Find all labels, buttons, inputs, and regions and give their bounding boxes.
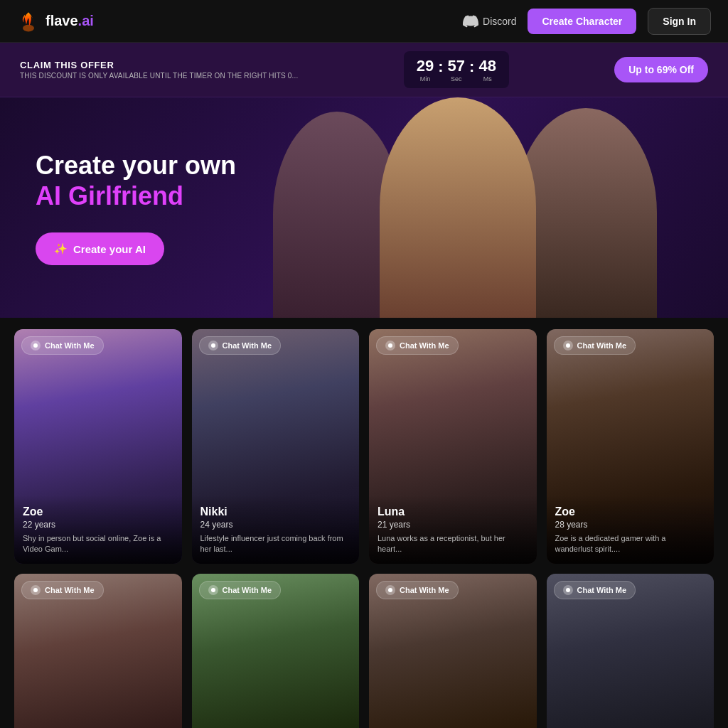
hero-figure-center [380,97,536,318]
offer-left: CLAIM THIS OFFER THIS DISCOUNT IS ONLY A… [20,60,299,80]
timer-ms: 48 Ms [478,57,496,82]
logo[interactable]: flave.ai [17,10,94,33]
card-overlay: Luna 21 years Luna works as a receptioni… [369,496,537,564]
hero-accent: AI Girlfriend [36,181,183,210]
chat-badge[interactable]: Chat With Me [376,336,459,355]
card-overlay: Nikki 24 years Lifestyle influencer just… [192,496,360,564]
card-name: Luna [378,505,528,518]
card-item[interactable]: Chat With Me [14,574,182,728]
chat-label: Chat With Me [400,341,449,350]
card-name: Zoe [23,505,173,518]
chat-icon [563,341,573,350]
offer-banner: CLAIM THIS OFFER THIS DISCOUNT IS ONLY A… [0,43,728,97]
card-item[interactable]: Chat With Me [369,574,537,728]
card-age: 28 years [555,520,706,530]
hero-figure-right [515,108,657,318]
chat-label: Chat With Me [400,586,449,594]
chat-badge[interactable]: Chat With Me [21,336,104,355]
chat-label: Chat With Me [45,586,95,594]
card-overlay: Zoe 22 years Shy in person but social on… [14,496,182,564]
cards-row-1: Chat With Me Zoe 22 years Shy in person … [14,329,714,564]
timer-minutes: 29 Min [417,57,434,82]
card-item[interactable]: Chat With Me Luna 21 years Luna works as… [369,329,537,564]
signin-button[interactable]: Sign In [648,8,711,35]
create-character-button[interactable]: Create Character [528,9,636,34]
offer-timer: 29 Min : 57 Sec : 48 Ms [404,51,509,88]
card-description: Luna works as a receptionist, but her he… [378,533,528,555]
navbar: flave.ai Discord Create Character Sign I… [0,0,728,43]
chat-label: Chat With Me [223,586,272,594]
card-item[interactable]: Chat With Me Nikki 24 years Lifestyle in… [192,329,360,564]
svg-point-0 [23,24,34,31]
chat-badge[interactable]: Chat With Me [199,336,282,355]
hero-figures [245,97,728,318]
hero-section: Create your own AI Girlfriend ✨ Create y… [0,97,728,318]
card-item[interactable]: Chat With Me [192,574,360,728]
chat-badge[interactable]: Chat With Me [554,336,636,355]
card-item[interactable]: Chat With Me [547,574,714,728]
create-ai-button[interactable]: ✨ Create your AI [36,232,164,265]
card-age: 22 years [23,520,173,530]
chat-icon [563,585,573,595]
hero-content: Create your own AI Girlfriend ✨ Create y… [0,122,272,294]
flame-icon [17,10,40,33]
chat-label: Chat With Me [223,341,272,350]
chat-badge[interactable]: Chat With Me [21,581,104,599]
chat-icon [31,585,41,595]
timer-sep-1: : [438,58,443,82]
card-name: Nikki [200,505,351,518]
nav-right: Discord Create Character Sign In [463,8,711,35]
card-age: 21 years [378,520,528,530]
chat-icon [385,341,395,350]
chat-icon [385,585,395,595]
chat-icon [208,585,218,595]
card-description: Lifestyle influencer just coming back fr… [200,533,351,555]
offer-badge[interactable]: Up to 69% Off [614,57,708,82]
card-name: Zoe [555,505,706,518]
timer-sep-2: : [469,58,474,82]
cards-row-2: Chat With Me Chat With Me [14,574,714,728]
discord-label: Discord [483,16,516,27]
chat-icon [31,341,41,350]
card-age: 24 years [200,520,351,530]
sparkle-icon: ✨ [54,242,68,255]
hero-title: Create your own AI Girlfriend [36,150,236,211]
card-overlay: Zoe 28 years Zoe is a dedicated gamer wi… [547,496,714,564]
chat-badge[interactable]: Chat With Me [554,581,636,599]
timer-seconds: 57 Sec [448,57,465,82]
chat-label: Chat With Me [577,341,627,350]
card-description: Zoe is a dedicated gamer with a wanderlu… [555,533,706,555]
card-item[interactable]: Chat With Me Zoe 22 years Shy in person … [14,329,182,564]
offer-title: CLAIM THIS OFFER [20,60,299,70]
discord-icon [463,14,478,29]
chat-icon [208,341,218,350]
chat-label: Chat With Me [577,586,627,594]
chat-badge[interactable]: Chat With Me [376,581,459,599]
card-description: Shy in person but social online, Zoe is … [23,533,173,555]
card-item[interactable]: Chat With Me Zoe 28 years Zoe is a dedic… [547,329,714,564]
offer-subtitle: THIS DISCOUNT IS ONLY AVAILABLE UNTIL TH… [20,72,299,80]
chat-label: Chat With Me [45,341,95,350]
chat-badge[interactable]: Chat With Me [199,581,282,599]
cards-section: Chat With Me Zoe 22 years Shy in person … [0,318,728,728]
discord-link[interactable]: Discord [463,14,516,29]
logo-text: flave.ai [46,13,94,29]
